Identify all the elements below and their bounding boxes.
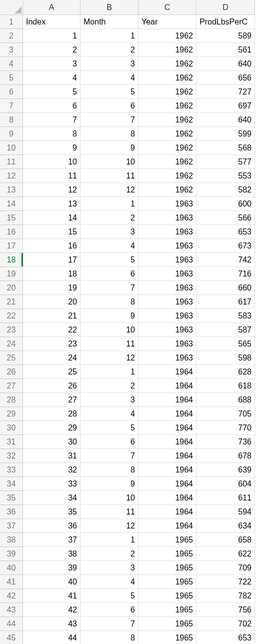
cell-A22[interactable]: 21 [23, 309, 80, 323]
cell-B33[interactable]: 8 [80, 463, 138, 477]
row-header-38[interactable]: 38 [0, 533, 23, 547]
cell-C33[interactable]: 1964 [138, 463, 196, 477]
cell-D21[interactable]: 617 [196, 295, 255, 309]
row-header-8[interactable]: 8 [0, 113, 23, 127]
cell-D15[interactable]: 566 [196, 211, 255, 225]
cell-A13[interactable]: 12 [23, 183, 80, 197]
cell-B8[interactable]: 7 [80, 113, 138, 127]
cell-C42[interactable]: 1965 [138, 589, 196, 603]
cell-C2[interactable]: 1962 [138, 29, 196, 43]
cell-C4[interactable]: 1962 [138, 57, 196, 71]
cell-D27[interactable]: 618 [196, 379, 255, 393]
cell-D1[interactable]: ProdLbsPerC [196, 15, 255, 29]
cell-B17[interactable]: 4 [80, 239, 138, 253]
cell-D39[interactable]: 622 [196, 547, 255, 561]
cell-A17[interactable]: 16 [23, 239, 80, 253]
cell-C17[interactable]: 1963 [138, 239, 196, 253]
cell-A40[interactable]: 39 [23, 561, 80, 575]
cell-B43[interactable]: 6 [80, 603, 138, 617]
row-header-25[interactable]: 25 [0, 351, 23, 365]
row-header-29[interactable]: 29 [0, 407, 23, 421]
column-header-A[interactable]: A [23, 0, 80, 15]
cell-A33[interactable]: 32 [23, 463, 80, 477]
cell-A20[interactable]: 19 [23, 281, 80, 295]
cell-B18[interactable]: 5 [80, 253, 138, 267]
cell-C5[interactable]: 1962 [138, 71, 196, 85]
cell-D14[interactable]: 600 [196, 197, 255, 211]
cell-A21[interactable]: 20 [23, 295, 80, 309]
cell-D24[interactable]: 565 [196, 337, 255, 351]
row-header-20[interactable]: 20 [0, 281, 23, 295]
cell-B11[interactable]: 10 [80, 155, 138, 169]
row-header-27[interactable]: 27 [0, 379, 23, 393]
cell-C31[interactable]: 1964 [138, 435, 196, 449]
cell-B21[interactable]: 8 [80, 295, 138, 309]
cell-A8[interactable]: 7 [23, 113, 80, 127]
cell-C34[interactable]: 1964 [138, 477, 196, 491]
cell-A26[interactable]: 25 [23, 365, 80, 379]
cell-C21[interactable]: 1963 [138, 295, 196, 309]
cell-A15[interactable]: 14 [23, 211, 80, 225]
cell-A2[interactable]: 1 [23, 29, 80, 43]
row-header-24[interactable]: 24 [0, 337, 23, 351]
row-header-16[interactable]: 16 [0, 225, 23, 239]
row-header-17[interactable]: 17 [0, 239, 23, 253]
cell-D40[interactable]: 709 [196, 561, 255, 575]
cell-B2[interactable]: 1 [80, 29, 138, 43]
cell-A5[interactable]: 4 [23, 71, 80, 85]
cell-C45[interactable]: 1965 [138, 631, 196, 644]
cell-A38[interactable]: 37 [23, 533, 80, 547]
row-header-43[interactable]: 43 [0, 603, 23, 617]
cell-B28[interactable]: 3 [80, 393, 138, 407]
cell-A35[interactable]: 34 [23, 491, 80, 505]
cell-D2[interactable]: 589 [196, 29, 255, 43]
row-header-11[interactable]: 11 [0, 155, 23, 169]
cell-C38[interactable]: 1965 [138, 533, 196, 547]
cell-D35[interactable]: 611 [196, 491, 255, 505]
select-all-corner[interactable] [0, 0, 23, 15]
column-header-C[interactable]: C [138, 0, 196, 15]
cell-B45[interactable]: 8 [80, 631, 138, 644]
cell-C32[interactable]: 1964 [138, 449, 196, 463]
cell-C29[interactable]: 1964 [138, 407, 196, 421]
cell-A3[interactable]: 2 [23, 43, 80, 57]
cell-B10[interactable]: 9 [80, 141, 138, 155]
cell-D10[interactable]: 568 [196, 141, 255, 155]
cell-A41[interactable]: 40 [23, 575, 80, 589]
cell-D12[interactable]: 553 [196, 169, 255, 183]
cell-B7[interactable]: 6 [80, 99, 138, 113]
cell-B15[interactable]: 2 [80, 211, 138, 225]
row-header-15[interactable]: 15 [0, 211, 23, 225]
cell-A23[interactable]: 22 [23, 323, 80, 337]
cell-D8[interactable]: 640 [196, 113, 255, 127]
cell-C25[interactable]: 1963 [138, 351, 196, 365]
cell-D11[interactable]: 577 [196, 155, 255, 169]
cell-C20[interactable]: 1963 [138, 281, 196, 295]
cell-B3[interactable]: 2 [80, 43, 138, 57]
cell-B32[interactable]: 7 [80, 449, 138, 463]
row-header-5[interactable]: 5 [0, 71, 23, 85]
cell-B27[interactable]: 2 [80, 379, 138, 393]
cell-D5[interactable]: 656 [196, 71, 255, 85]
cell-C10[interactable]: 1962 [138, 141, 196, 155]
cell-C11[interactable]: 1962 [138, 155, 196, 169]
cell-B16[interactable]: 3 [80, 225, 138, 239]
cell-B26[interactable]: 1 [80, 365, 138, 379]
cell-D29[interactable]: 705 [196, 407, 255, 421]
row-header-23[interactable]: 23 [0, 323, 23, 337]
cell-A10[interactable]: 9 [23, 141, 80, 155]
row-header-22[interactable]: 22 [0, 309, 23, 323]
cell-A36[interactable]: 35 [23, 505, 80, 519]
cell-B9[interactable]: 8 [80, 127, 138, 141]
cell-B13[interactable]: 12 [80, 183, 138, 197]
cell-C23[interactable]: 1963 [138, 323, 196, 337]
cell-B39[interactable]: 2 [80, 547, 138, 561]
row-header-6[interactable]: 6 [0, 85, 23, 99]
cell-C12[interactable]: 1962 [138, 169, 196, 183]
row-header-41[interactable]: 41 [0, 575, 23, 589]
cell-A31[interactable]: 30 [23, 435, 80, 449]
cell-A19[interactable]: 18 [23, 267, 80, 281]
cell-B30[interactable]: 5 [80, 421, 138, 435]
cell-D20[interactable]: 660 [196, 281, 255, 295]
cell-D4[interactable]: 640 [196, 57, 255, 71]
